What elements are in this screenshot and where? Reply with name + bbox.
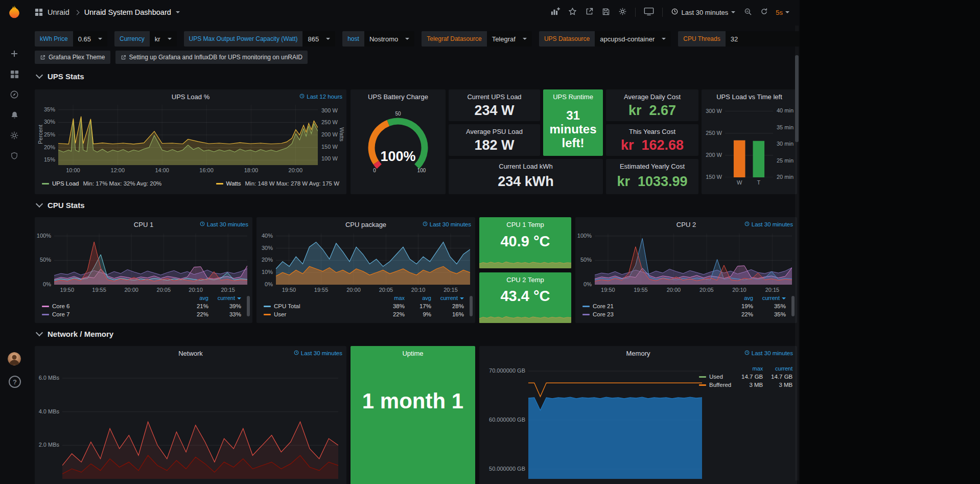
panel-time-range[interactable]: Last 30 minutes xyxy=(744,350,793,356)
dashboard-settings-button[interactable] xyxy=(615,4,631,20)
axis-tick: 50.000000 GB xyxy=(489,466,525,472)
caret-down-icon[interactable] xyxy=(176,11,180,13)
axis-tick: 150 W xyxy=(706,174,722,180)
legend-header-current[interactable]: current xyxy=(208,295,241,301)
legend-table: avg current Core 21 19% 35% Core 23 22% … xyxy=(582,295,786,317)
stat-value: 182 W xyxy=(449,134,540,156)
cpu-package-chart[interactable]: 40%30%20%10%0%19:5019:5520:0020:0520:102… xyxy=(276,234,470,285)
panel-time-range[interactable]: Last 30 minutes xyxy=(744,221,793,227)
sidebar-item-create[interactable] xyxy=(0,45,29,64)
legend-item[interactable]: UPS LoadMin: 17% Max: 32% Avg: 20% xyxy=(42,180,161,187)
star-dashboard-button[interactable] xyxy=(565,4,580,20)
refresh-button[interactable] xyxy=(757,5,772,20)
panel-time-range[interactable]: Last 30 minutes xyxy=(423,221,471,227)
breadcrumb-folder[interactable]: Unraid xyxy=(48,8,69,16)
legend-item[interactable]: Core 7 xyxy=(42,311,181,317)
save-dashboard-button[interactable] xyxy=(598,5,614,20)
legend-scrollbar[interactable] xyxy=(791,296,795,316)
legend-header-avg[interactable]: avg xyxy=(726,295,753,301)
grafana-logo[interactable] xyxy=(7,5,22,20)
sidebar-item-server-admin[interactable] xyxy=(0,147,29,167)
panel-title[interactable]: UPS Runtime xyxy=(543,93,603,101)
legend-header-current[interactable]: current xyxy=(431,295,464,301)
time-range-label: Last 30 minutes xyxy=(301,350,342,356)
add-panel-button[interactable] xyxy=(547,4,564,21)
legend-header-avg[interactable]: avg xyxy=(405,295,431,301)
legend-header-current[interactable]: current xyxy=(753,295,786,301)
legend-item[interactable]: CPU Total xyxy=(264,303,378,309)
stat-value: 43.4 °C xyxy=(479,281,571,312)
network-chart[interactable]: 6.0 MBs4.0 MBs2.0 MBs xyxy=(62,361,338,479)
variable-value-dropdown[interactable]: kr xyxy=(150,31,177,47)
legend-item[interactable]: Used xyxy=(699,374,731,380)
panel-time-range[interactable]: Last 30 minutes xyxy=(294,350,342,356)
legend-item[interactable]: Core 23 xyxy=(582,311,726,317)
legend-item[interactable]: Buffered xyxy=(699,382,731,388)
variable-cpu-threads: CPU Threads xyxy=(678,31,800,47)
y-axis-label: Percent xyxy=(37,117,43,152)
caret-down-icon xyxy=(785,11,789,13)
help-icon[interactable] xyxy=(9,376,21,388)
axis-tick: 20 min xyxy=(777,174,794,180)
legend-table: max avg current CPU Total 38% 17% 28% Us… xyxy=(264,295,464,317)
legend-item[interactable]: Core 21 xyxy=(582,303,726,309)
cpu-threads-input[interactable] xyxy=(726,31,800,47)
panel-time-range[interactable]: Last 12 hours xyxy=(299,94,342,100)
cpu2-chart[interactable]: 100%50%0%19:5019:5520:0020:0520:1020:15 xyxy=(595,234,792,285)
panel-title[interactable]: Uptime xyxy=(351,350,475,357)
legend-header-current[interactable]: current xyxy=(763,365,792,372)
legend-scrollbar[interactable] xyxy=(247,296,250,316)
dashboard-link-plex-theme[interactable]: Grafana Plex Theme xyxy=(35,51,110,64)
panel-title[interactable]: UPS Battery Charge xyxy=(351,93,446,101)
dashboard-links: Grafana Plex Theme Setting up Grafana an… xyxy=(35,51,308,64)
star-icon xyxy=(568,7,577,17)
time-picker[interactable]: Last 30 minutes xyxy=(667,5,739,19)
sidebar-item-alerting[interactable] xyxy=(0,106,29,126)
cycle-view-mode-button[interactable] xyxy=(640,4,658,20)
zoom-out-time-button[interactable] xyxy=(740,5,756,20)
sidebar-item-explore[interactable] xyxy=(0,86,29,105)
scrollbar-thumb[interactable] xyxy=(795,55,799,142)
legend-header-max[interactable]: max xyxy=(378,295,405,301)
legend-item[interactable]: User xyxy=(264,311,378,317)
row-header-ups-stats[interactable]: UPS Stats xyxy=(37,72,84,81)
panel-average-psu-load: Average PSU Load 182 W xyxy=(449,124,540,156)
template-variables: kWh Price 0.65 Currency kr UPS Max Outpu… xyxy=(35,31,800,47)
panel-time-range[interactable]: Last 30 minutes xyxy=(200,221,248,227)
dashboard-link-ups-guide[interactable]: Setting up Grafana and InfluxDB for UPS … xyxy=(115,51,308,64)
variable-value-dropdown[interactable]: 865 xyxy=(302,31,335,47)
variable-value-dropdown[interactable]: Nostromo xyxy=(364,31,414,47)
dashboard-title[interactable]: Unraid System Dashboard xyxy=(84,8,171,16)
legend-scrollbar[interactable] xyxy=(470,296,473,316)
legend-item[interactable]: WattsMin: 148 W Max: 278 W Avg: 175 W xyxy=(216,180,339,187)
share-dashboard-button[interactable] xyxy=(581,4,597,20)
user-avatar[interactable] xyxy=(8,352,21,365)
variable-value-dropdown[interactable]: Telegraf xyxy=(487,31,532,47)
legend-header-max[interactable]: max xyxy=(731,365,763,372)
sidebar-item-dashboards[interactable] xyxy=(0,65,29,85)
dashboard-grid-icon xyxy=(35,8,43,16)
variable-label: UPS Datasource xyxy=(539,31,595,47)
ups-load-chart[interactable]: 35%30%25%20%15%300 W250 W200 W150 W100 W… xyxy=(58,105,318,165)
panel-title[interactable]: UPS Load vs Time left xyxy=(702,93,797,101)
page-scrollbar[interactable] xyxy=(795,26,799,480)
ups-bars-chart[interactable]: 300 W250 W200 W150 W40 min35 min30 min25… xyxy=(725,107,773,177)
sidebar-item-configuration[interactable] xyxy=(0,127,29,146)
legend-table: max current Used 14.7 GB 14.7 GB Buffere… xyxy=(699,365,789,388)
memory-chart[interactable]: 70.000000 GB60.000000 GB50.000000 GB xyxy=(528,361,702,479)
legend-item[interactable]: Core 6 xyxy=(42,303,181,309)
row-title: Network / Memory xyxy=(48,330,113,338)
refresh-interval-dropdown[interactable]: 5s xyxy=(773,6,792,19)
panel-cpu-package: CPU package Last 30 minutes 40%30%20%10%… xyxy=(256,217,475,323)
cpu1-chart[interactable]: 100%50%0%19:5019:5520:0020:0520:1020:15 xyxy=(54,234,247,285)
variable-value-dropdown[interactable]: 0.65 xyxy=(73,31,107,47)
variable-value-dropdown[interactable]: apcupsd-container xyxy=(595,31,671,47)
row-header-network-memory[interactable]: Network / Memory xyxy=(37,330,113,338)
row-header-cpu-stats[interactable]: CPU Stats xyxy=(37,201,85,210)
panel-cpu-2-temp: CPU 2 Temp 43.4 °C xyxy=(479,272,571,323)
variable-host: host Nostromo xyxy=(342,31,414,47)
axis-tick: 35% xyxy=(44,106,55,112)
series-color-dash xyxy=(42,183,49,185)
series-color-dash xyxy=(582,306,590,307)
legend-header-avg[interactable]: avg xyxy=(181,295,208,301)
